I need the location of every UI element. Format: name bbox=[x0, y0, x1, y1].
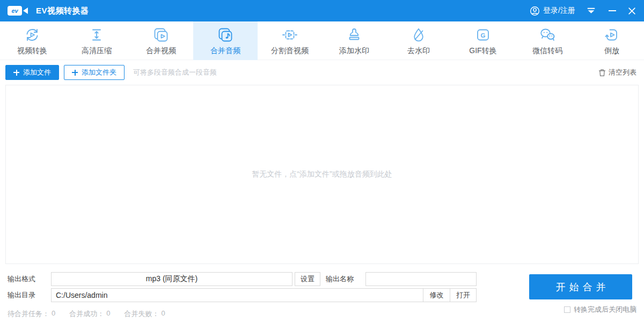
merge-audio-icon bbox=[217, 26, 234, 43]
add-folder-label: 添加文件夹 bbox=[82, 68, 116, 77]
reverse-play-icon bbox=[603, 26, 620, 43]
output-dir-input[interactable] bbox=[51, 288, 423, 302]
shutdown-after-convert-option: 转换完成后关闭电脑 bbox=[564, 305, 636, 314]
shutdown-label: 转换完成后关闭电脑 bbox=[574, 305, 636, 314]
login-register-button[interactable]: 登录/注册 bbox=[530, 6, 575, 16]
status-bar: 待合并任务： 0 合并成功： 0 合并失败： 0 bbox=[8, 309, 165, 319]
tab-label: 倒放 bbox=[604, 46, 619, 56]
tab-merge-video[interactable]: 合并视频 bbox=[129, 21, 193, 60]
tab-label: 合并音频 bbox=[210, 46, 240, 56]
tab-label: 添加水印 bbox=[339, 46, 369, 56]
login-register-label: 登录/注册 bbox=[543, 6, 575, 16]
merge-hint-text: 可将多段音频合成一段音频 bbox=[133, 68, 217, 77]
hd-compress-icon bbox=[88, 26, 105, 43]
pending-tasks-label: 待合并任务： bbox=[8, 309, 49, 319]
add-watermark-icon bbox=[346, 26, 363, 43]
svg-text:G: G bbox=[481, 32, 486, 38]
clear-list-button[interactable]: 清空列表 bbox=[598, 68, 636, 77]
feature-tab-bar: 视频转换 高清压缩 合并视频 bbox=[0, 21, 644, 60]
merge-video-icon bbox=[152, 26, 170, 43]
close-icon bbox=[628, 7, 636, 15]
tab-label: 去水印 bbox=[407, 46, 430, 56]
tab-wechat-transcode[interactable]: 微信转码 bbox=[515, 21, 580, 60]
tab-merge-audio[interactable]: 合并音频 bbox=[193, 21, 258, 60]
start-merge-button[interactable]: 开始合并 bbox=[529, 274, 632, 299]
tab-gif-convert[interactable]: G GIF转换 bbox=[451, 21, 515, 60]
add-folder-button[interactable]: 添加文件夹 bbox=[64, 65, 125, 80]
split-media-icon bbox=[281, 26, 298, 43]
app-title: EV视频转换器 bbox=[36, 6, 89, 16]
skin-menu-button[interactable] bbox=[584, 4, 598, 18]
merge-failed-counter: 合并失败： 0 bbox=[124, 309, 165, 319]
tab-label: 分割音视频 bbox=[271, 46, 309, 56]
file-drop-zone[interactable]: 暂无文件，点“添加文件”或拖放音频到此处 bbox=[5, 85, 639, 264]
minimize-button[interactable] bbox=[605, 4, 619, 18]
remove-watermark-icon bbox=[410, 26, 427, 43]
minimize-icon bbox=[609, 10, 616, 11]
pending-tasks-value: 0 bbox=[52, 309, 55, 319]
tab-label: GIF转换 bbox=[469, 46, 496, 56]
tab-label: 高清压缩 bbox=[82, 46, 112, 56]
merge-failed-value: 0 bbox=[161, 309, 165, 319]
output-name-label: 输出名称 bbox=[326, 272, 354, 286]
tab-hd-compress[interactable]: 高清压缩 bbox=[64, 21, 129, 60]
clear-list-label: 清空列表 bbox=[609, 68, 636, 77]
tab-remove-watermark[interactable]: 去水印 bbox=[386, 21, 451, 60]
close-button[interactable] bbox=[625, 4, 639, 18]
empty-state-message: 暂无文件，点“添加文件”或拖放音频到此处 bbox=[252, 170, 392, 179]
app-window: ev EV视频转换器 登录/注册 bbox=[0, 0, 644, 322]
wechat-transcode-icon bbox=[539, 26, 556, 43]
action-row: 添加文件 添加文件夹 可将多段音频合成一段音频 清空列表 bbox=[0, 60, 644, 85]
plus-icon bbox=[13, 70, 19, 76]
tab-video-convert[interactable]: 视频转换 bbox=[0, 21, 64, 60]
pending-tasks-counter: 待合并任务： 0 bbox=[8, 309, 55, 319]
app-logo-icon: ev bbox=[8, 6, 28, 16]
chevron-down-icon bbox=[587, 8, 595, 14]
tab-add-watermark[interactable]: 添加水印 bbox=[322, 21, 386, 60]
merge-success-value: 0 bbox=[106, 309, 110, 319]
user-circle-icon bbox=[530, 6, 540, 16]
output-name-input[interactable] bbox=[365, 272, 477, 286]
video-convert-icon bbox=[24, 26, 41, 43]
output-format-input[interactable] bbox=[51, 272, 292, 286]
open-dir-button[interactable]: 打开 bbox=[450, 288, 477, 302]
output-format-label: 输出格式 bbox=[8, 272, 35, 286]
add-file-label: 添加文件 bbox=[23, 68, 51, 77]
output-dir-label: 输出目录 bbox=[8, 288, 35, 302]
add-file-button[interactable]: 添加文件 bbox=[5, 65, 59, 80]
plus-icon bbox=[72, 70, 78, 76]
trash-icon bbox=[598, 69, 606, 77]
gif-convert-icon: G bbox=[474, 26, 492, 43]
merge-success-label: 合并成功： bbox=[69, 309, 104, 319]
modify-dir-button[interactable]: 修改 bbox=[423, 288, 450, 302]
tab-label: 合并视频 bbox=[146, 46, 176, 56]
tab-label: 微信转码 bbox=[532, 46, 562, 56]
title-bar: ev EV视频转换器 登录/注册 bbox=[0, 0, 644, 21]
merge-success-counter: 合并成功： 0 bbox=[69, 309, 110, 319]
tab-split-media[interactable]: 分割音视频 bbox=[258, 21, 322, 60]
shutdown-checkbox[interactable] bbox=[564, 306, 570, 313]
settings-button[interactable]: 设置 bbox=[295, 272, 320, 286]
tab-reverse-play[interactable]: 倒放 bbox=[580, 21, 644, 60]
merge-failed-label: 合并失败： bbox=[124, 309, 159, 319]
tab-label: 视频转换 bbox=[17, 46, 47, 56]
